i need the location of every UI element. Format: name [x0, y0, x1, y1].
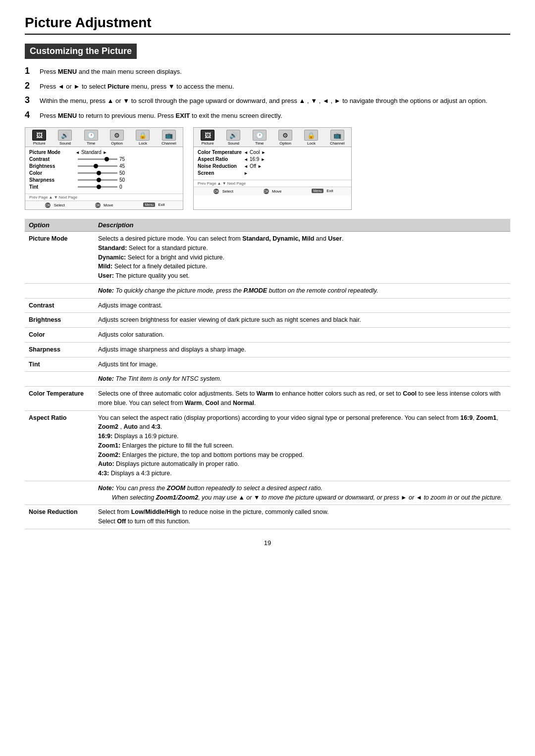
menu-icon-sound: 🔊 Sound [54, 130, 76, 146]
picture-mode-label: Picture Mode [29, 150, 74, 155]
menu-right: 🖼 Picture 🔊 Sound 🕐 Time ⚙ Option 🔒 Lock… [193, 127, 352, 210]
menu-left-topbar: 🖼 Picture 🔊 Sound 🕐 Time ⚙ Option 🔒 Lock… [25, 128, 183, 147]
step-2: 2 Press ◄ or ► to select Picture menu, p… [25, 82, 510, 92]
r-time-icon: 🕐 [253, 130, 267, 141]
menu-right-icon-lock: 🔒 Lock [300, 130, 322, 146]
step-1-text: Press MENU and the main menu screen disp… [40, 67, 182, 77]
r-option-icon: ⚙ [278, 130, 292, 141]
menu-row-screen: Screen ► [198, 170, 347, 176]
page-number: 19 [25, 539, 510, 547]
option-cell: Sharpness [25, 342, 94, 357]
table-row: Color Temperature Selects one of three a… [25, 387, 510, 411]
option-cell: Color Temperature [25, 387, 94, 411]
sharpness-label: Sharpness [29, 177, 74, 183]
table-row: Tint Adjusts tint for image. [25, 357, 510, 372]
step-4-text: Press MENU to return to previous menu. P… [40, 111, 282, 121]
menu-row-color: Color 50 [29, 170, 179, 176]
color-value: 50 [119, 170, 125, 176]
step-4: 4 Press MENU to return to previous menu.… [25, 111, 510, 121]
description-cell: Adjusts tint for image. [94, 357, 510, 372]
table-row: Noise Reduction Select from Low/Middle/H… [25, 505, 510, 529]
color-temp-value: Cool [250, 150, 260, 155]
page-title: Picture Adjustment [25, 15, 510, 35]
table-row-note: Note: To quickly change the picture mode… [25, 283, 510, 298]
lock-icon: 🔒 [136, 130, 150, 141]
description-cell: You can select the aspect ratio (display… [94, 410, 510, 481]
col-description-header: Description [94, 219, 510, 232]
menu-icon-channel: 📺 Channel [158, 130, 180, 146]
menu-right-icon-option: ⚙ Option [274, 130, 296, 146]
table-row-note: Note: You can press the ZOOM button repe… [25, 481, 510, 505]
note-description-cell: Note: You can press the ZOOM button repe… [94, 481, 510, 505]
color-temp-label: Color Temperature [198, 150, 242, 155]
option-label: Option [111, 141, 123, 146]
menu-right-footer: OK Select OK Move Menu Exit [194, 187, 351, 196]
option-cell: Picture Mode [25, 232, 94, 284]
note-option-cell [25, 481, 94, 505]
time-label: Time [87, 141, 95, 146]
option-cell: Color [25, 328, 94, 343]
menu-right-icon-picture: 🖼 Picture [197, 130, 218, 146]
picture-icon: 🖼 [32, 130, 46, 141]
menu-right-nav: Prev Page ▲ ▼ Next Page [194, 180, 351, 187]
noise-label: Noise Reduction [198, 163, 242, 169]
menu-right-icon-sound: 🔊 Sound [222, 130, 244, 146]
picture-mode-value: Standard [81, 150, 102, 155]
menu-screenshots: 🖼 Picture 🔊 Sound 🕐 Time ⚙ Option 🔒 Lock… [25, 127, 510, 210]
section-header: Customizing the Picture [25, 44, 137, 59]
steps-container: 1 Press MENU and the main menu screen di… [25, 67, 510, 120]
brightness-label: Brightness [29, 163, 74, 169]
contrast-value: 75 [119, 156, 125, 162]
menu-right-topbar: 🖼 Picture 🔊 Sound 🕐 Time ⚙ Option 🔒 Lock… [194, 128, 351, 147]
note-option-cell [25, 372, 94, 387]
description-cell: Adjusts image contrast. [94, 298, 510, 313]
description-cell: Adjusts screen brightness for easier vie… [94, 313, 510, 328]
menu-row-noise: Noise Reduction ◄ Off ► [198, 163, 347, 169]
step-3-text: Within the menu, press ▲ or ▼ to scroll … [40, 96, 487, 106]
tint-label: Tint [29, 184, 74, 190]
step-1-number: 1 [25, 66, 40, 76]
step-4-number: 4 [25, 110, 40, 120]
table-header-row: Option Description [25, 219, 510, 232]
menu-right-icon-time: 🕐 Time [249, 130, 270, 146]
step-2-number: 2 [25, 81, 40, 91]
menu-row-color-temp: Color Temperature ◄ Cool ► [198, 150, 347, 155]
table-row: Picture Mode Selects a desired picture m… [25, 232, 510, 284]
description-cell: Adjusts color saturation. [94, 328, 510, 343]
description-cell: Select from Low/Middle/High to reduce no… [94, 505, 510, 529]
menu-row-picture-mode: Picture Mode ◄ Standard ► [29, 150, 179, 155]
contrast-label: Contrast [29, 156, 74, 162]
screen-label: Screen [198, 170, 242, 176]
step-3-number: 3 [25, 95, 40, 105]
sound-label: Sound [59, 141, 71, 146]
menu-row-contrast: Contrast 75 [29, 156, 179, 162]
picture-label: Picture [33, 141, 46, 146]
menu-right-body: Color Temperature ◄ Cool ► Aspect Ratio … [194, 147, 351, 180]
options-table: Option Description Picture Mode Selects … [25, 219, 510, 529]
note-option-cell [25, 283, 94, 298]
option-icon: ⚙ [110, 130, 124, 141]
noise-value: Off [250, 163, 256, 169]
step-2-text: Press ◄ or ► to select Picture menu, pre… [40, 82, 234, 92]
menu-icon-option: ⚙ Option [106, 130, 128, 146]
note-description-cell: Note: The Tint item is only for NTSC sys… [94, 372, 510, 387]
option-cell: Brightness [25, 313, 94, 328]
channel-label: Channel [161, 141, 176, 146]
aspect-label: Aspect Ratio [198, 156, 242, 162]
option-cell: Tint [25, 357, 94, 372]
menu-right-icon-channel: 📺 Channel [326, 130, 348, 146]
step-3: 3 Within the menu, press ▲ or ▼ to scrol… [25, 96, 510, 106]
r-picture-icon: 🖼 [201, 130, 214, 141]
channel-icon: 📺 [162, 130, 176, 141]
tint-value: 0 [119, 184, 122, 190]
sharpness-value: 50 [119, 177, 125, 183]
step-1: 1 Press MENU and the main menu screen di… [25, 67, 510, 77]
col-option-header: Option [25, 219, 94, 232]
description-cell: Selects a desired picture mode. You can … [94, 232, 510, 284]
table-row: Color Adjusts color saturation. [25, 328, 510, 343]
menu-left: 🖼 Picture 🔊 Sound 🕐 Time ⚙ Option 🔒 Lock… [25, 127, 183, 210]
table-row: Sharpness Adjusts image sharpness and di… [25, 342, 510, 357]
r-sound-icon: 🔊 [226, 130, 240, 141]
r-channel-icon: 📺 [330, 130, 344, 141]
menu-left-footer: OK Select OK Move Menu Exit [25, 201, 183, 209]
